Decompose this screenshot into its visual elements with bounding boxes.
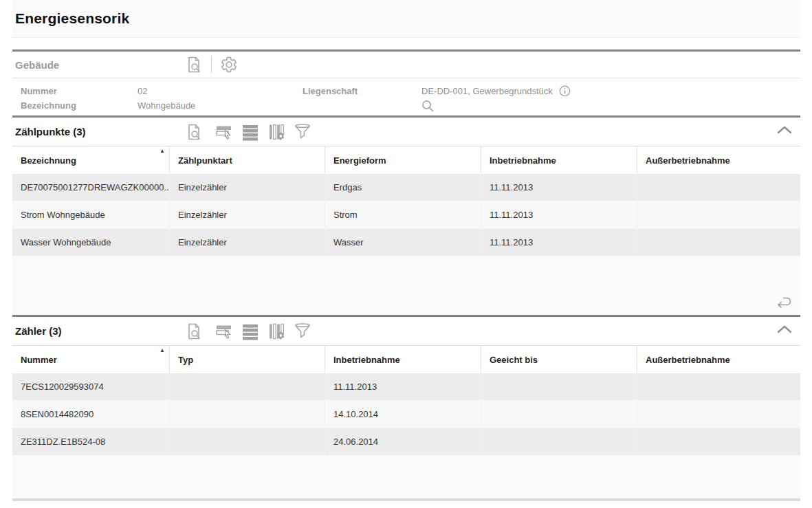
column-settings-button[interactable] <box>267 123 285 141</box>
cell-inbetriebnahme: 11.11.2013 <box>481 201 637 228</box>
column-settings-button[interactable] <box>267 322 285 340</box>
zaehler-section-title: Zähler (3) <box>12 325 185 337</box>
column-settings-icon <box>267 322 285 340</box>
zaehlpunkte-table: Bezeichnung ▲ Zählpunktart Energieform I… <box>12 146 800 315</box>
page-title: Energiesensorik <box>12 10 129 27</box>
info-icon[interactable] <box>559 85 571 97</box>
cell-inbetriebnahme: 11.11.2013 <box>481 229 637 256</box>
cell-geeicht-bis <box>481 373 637 400</box>
cell-bezeichnung: Wasser Wohngebäude <box>12 229 170 256</box>
cell-ausserbetriebnahme <box>637 428 800 455</box>
cell-geeicht-bis <box>481 428 637 455</box>
column-header-ausserbetriebnahme[interactable]: Außerbetriebnahme <box>637 346 800 373</box>
display-details-button[interactable] <box>185 322 203 340</box>
filter-icon <box>294 123 311 141</box>
filter-button[interactable] <box>294 322 311 340</box>
select-row-button[interactable] <box>215 123 233 141</box>
reset-button[interactable] <box>773 293 793 311</box>
cell-bezeichnung: Strom Wohngebäude <box>12 201 170 228</box>
table-row[interactable]: Strom Wohngebäude Einzelzähler Strom 11.… <box>12 201 800 229</box>
cell-inbetriebnahme: 24.06.2014 <box>325 428 481 455</box>
cell-bezeichnung: DE70075001277DREWAGZK00000... <box>12 174 170 201</box>
table-row[interactable]: 7ECS120029593074 11.11.2013 <box>12 373 800 401</box>
settings-button[interactable] <box>220 56 238 74</box>
select-row-button[interactable] <box>215 322 233 340</box>
table-row[interactable]: ZE311DZ.E1B524-08 24.06.2014 <box>12 428 800 456</box>
display-details-button[interactable] <box>185 56 203 74</box>
zaehlpunkte-table-footer <box>12 256 800 315</box>
select-row-icon <box>215 322 233 340</box>
page: Energiesensorik Gebäude Nummer 02 Liegen… <box>0 0 812 501</box>
cell-inbetriebnahme: 14.10.2014 <box>325 401 481 428</box>
toolbar-separator <box>211 56 212 74</box>
cell-inbetriebnahme: 11.11.2013 <box>481 174 637 201</box>
cell-ausserbetriebnahme <box>637 174 800 201</box>
cell-typ <box>170 428 325 455</box>
return-arrow-icon <box>773 293 793 311</box>
cell-nummer: ZE311DZ.E1B524-08 <box>12 428 170 455</box>
gebaeude-toolbar <box>185 56 238 74</box>
zaehler-table-footer <box>12 456 800 498</box>
zaehlpunkte-section-header: Zählpunkte (3) <box>12 118 800 146</box>
nummer-value: 02 <box>138 86 303 96</box>
zaehler-table-header: Nummer ▲ Typ Inbetriebnahme Geeicht bis … <box>12 346 800 373</box>
display-details-icon <box>185 56 203 74</box>
column-header-ausserbetriebnahme[interactable]: Außerbetriebnahme <box>637 146 800 174</box>
cell-energieform: Erdgas <box>325 174 481 201</box>
column-header-typ[interactable]: Typ <box>170 346 325 373</box>
column-header-energieform[interactable]: Energieform <box>325 146 481 174</box>
zaehler-section-header: Zähler (3) <box>12 317 800 345</box>
cell-zaehlpunktart: Einzelzähler <box>170 229 325 256</box>
column-header-inbetriebnahme[interactable]: Inbetriebnahme <box>481 146 637 174</box>
row-display-icon <box>241 123 259 141</box>
cell-energieform: Strom <box>325 201 481 228</box>
gebaeude-section-header: Gebäude <box>12 52 800 78</box>
cell-ausserbetriebnahme <box>637 373 800 400</box>
column-header-nummer[interactable]: Nummer ▲ <box>12 346 170 373</box>
gebaeude-form: Nummer 02 Liegenschaft DE-DD-001, Gewerb… <box>12 78 800 115</box>
cell-zaehlpunktart: Einzelzähler <box>170 201 325 228</box>
column-header-inbetriebnahme[interactable]: Inbetriebnahme <box>325 346 481 373</box>
table-row[interactable]: DE70075001277DREWAGZK00000... Einzelzähl… <box>12 174 800 201</box>
sort-ascending-icon: ▲ <box>160 146 165 156</box>
cell-typ <box>170 401 325 428</box>
cell-ausserbetriebnahme <box>637 201 800 228</box>
zaehlpunkte-collapse-button[interactable] <box>777 126 792 134</box>
bottom-divider <box>12 498 800 501</box>
gear-icon <box>220 56 238 74</box>
row-display-button[interactable] <box>241 123 259 141</box>
cell-geeicht-bis <box>481 401 637 428</box>
cell-zaehlpunktart: Einzelzähler <box>170 174 325 201</box>
table-row[interactable]: 8SEN0014482090 14.10.2014 <box>12 401 800 428</box>
display-details-button[interactable] <box>185 123 203 141</box>
search-icon[interactable] <box>421 100 434 112</box>
cell-energieform: Wasser <box>325 229 481 256</box>
filter-icon <box>294 322 311 340</box>
liegenschaft-label: Liegenschaft <box>303 86 421 96</box>
cell-ausserbetriebnahme <box>637 401 800 428</box>
zaehlpunkte-toolbar <box>185 123 311 141</box>
column-header-geeicht-bis[interactable]: Geeicht bis <box>481 346 637 373</box>
cell-inbetriebnahme: 11.11.2013 <box>325 373 481 400</box>
page-header: Energiesensorik <box>12 0 800 38</box>
bezeichnung-label: Bezeichnung <box>21 100 138 111</box>
display-details-icon <box>185 322 203 340</box>
cell-nummer: 7ECS120029593074 <box>12 373 170 400</box>
table-row[interactable]: Wasser Wohngebäude Einzelzähler Wasser 1… <box>12 229 800 256</box>
zaehler-table: Nummer ▲ Typ Inbetriebnahme Geeicht bis … <box>12 345 800 498</box>
liegenschaft-value: DE-DD-001, Gewerbegrundstück <box>421 86 553 96</box>
chevron-up-icon <box>777 126 792 134</box>
row-display-icon <box>241 322 259 340</box>
cell-typ <box>170 373 325 400</box>
column-settings-icon <box>267 123 285 141</box>
zaehlpunkte-table-header: Bezeichnung ▲ Zählpunktart Energieform I… <box>12 146 800 174</box>
cell-ausserbetriebnahme <box>637 229 800 256</box>
zaehler-collapse-button[interactable] <box>777 325 792 333</box>
zaehler-toolbar <box>185 322 311 340</box>
select-row-icon <box>215 123 233 141</box>
row-display-button[interactable] <box>241 322 259 340</box>
display-details-icon <box>185 123 203 141</box>
column-header-bezeichnung[interactable]: Bezeichnung ▲ <box>12 146 170 174</box>
filter-button[interactable] <box>294 123 311 141</box>
column-header-zaehlpunktart[interactable]: Zählpunktart <box>170 146 325 174</box>
